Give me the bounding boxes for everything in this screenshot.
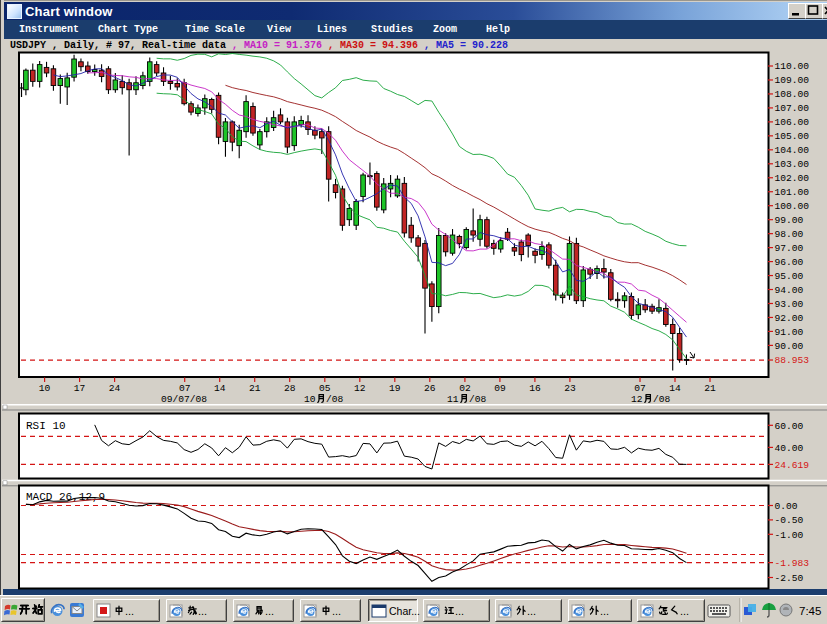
svg-text:90.00: 90.00 — [775, 341, 804, 352]
svg-text:05: 05 — [319, 383, 331, 394]
svg-text:24: 24 — [109, 383, 121, 394]
svg-text:106.00: 106.00 — [775, 117, 810, 128]
svg-text:16: 16 — [529, 383, 541, 394]
svg-text:09: 09 — [494, 383, 506, 394]
svg-text:7:45: 7:45 — [799, 605, 821, 617]
svg-text:21: 21 — [704, 383, 716, 394]
svg-text:...: ... — [680, 605, 689, 617]
svg-text:RSI 10: RSI 10 — [26, 420, 66, 432]
svg-text:21: 21 — [249, 383, 261, 394]
svg-text:98.00: 98.00 — [775, 229, 804, 240]
svg-text:Char...: Char... — [389, 605, 420, 617]
svg-text:26: 26 — [424, 383, 436, 394]
svg-text:60.00: 60.00 — [775, 421, 804, 432]
svg-text:12: 12 — [354, 383, 366, 394]
svg-text:...: ... — [527, 605, 536, 617]
svg-text:93.00: 93.00 — [775, 299, 804, 310]
svg-text:19: 19 — [389, 383, 401, 394]
svg-text:96.00: 96.00 — [775, 257, 804, 268]
svg-text:102.00: 102.00 — [775, 173, 810, 184]
svg-text:101.00: 101.00 — [775, 187, 810, 198]
svg-text:...: ... — [125, 605, 134, 617]
svg-text:07: 07 — [179, 383, 191, 394]
svg-text:14: 14 — [214, 383, 226, 394]
svg-text:99.00: 99.00 — [775, 215, 804, 226]
svg-text:11: 11 — [447, 394, 459, 405]
svg-text:28: 28 — [284, 383, 296, 394]
svg-text:07: 07 — [634, 383, 646, 394]
svg-text:88.953: 88.953 — [775, 355, 810, 366]
svg-text:10: 10 — [304, 394, 316, 405]
svg-text:14: 14 — [669, 383, 681, 394]
svg-text:24.619: 24.619 — [775, 460, 810, 471]
svg-text:92.00: 92.00 — [775, 313, 804, 324]
svg-text:95.00: 95.00 — [775, 271, 804, 282]
svg-text:/08: /08 — [469, 394, 487, 405]
svg-text:12: 12 — [631, 394, 643, 405]
svg-text:02: 02 — [459, 383, 471, 394]
svg-text:...: ... — [455, 605, 464, 617]
svg-text:105.00: 105.00 — [775, 131, 810, 142]
svg-text:-1.00: -1.00 — [775, 530, 804, 541]
svg-text:10: 10 — [39, 383, 51, 394]
svg-text:0.00: 0.00 — [775, 501, 798, 512]
svg-text:91.00: 91.00 — [775, 327, 804, 338]
svg-text:09/07/08: 09/07/08 — [161, 394, 207, 405]
svg-text:23: 23 — [564, 383, 576, 394]
svg-text:17: 17 — [74, 383, 86, 394]
svg-text:109.00: 109.00 — [775, 75, 810, 86]
svg-text:103.00: 103.00 — [775, 159, 810, 170]
svg-text:97.00: 97.00 — [775, 243, 804, 254]
svg-text:94.00: 94.00 — [775, 285, 804, 296]
svg-text:...: ... — [198, 605, 207, 617]
svg-text:-0.50: -0.50 — [775, 515, 804, 526]
svg-text:/08: /08 — [653, 394, 671, 405]
svg-text:/08: /08 — [326, 394, 344, 405]
svg-text:110.00: 110.00 — [775, 61, 810, 72]
svg-text:104.00: 104.00 — [775, 145, 810, 156]
svg-text:...: ... — [332, 605, 341, 617]
svg-text:-2.50: -2.50 — [775, 573, 804, 584]
svg-text:-1.983: -1.983 — [775, 558, 810, 569]
svg-text:...: ... — [600, 605, 609, 617]
svg-text:100.00: 100.00 — [775, 201, 810, 212]
svg-text:...: ... — [265, 605, 274, 617]
svg-text:108.00: 108.00 — [775, 89, 810, 100]
svg-text:40.00: 40.00 — [775, 443, 804, 454]
svg-text:107.00: 107.00 — [775, 103, 810, 114]
